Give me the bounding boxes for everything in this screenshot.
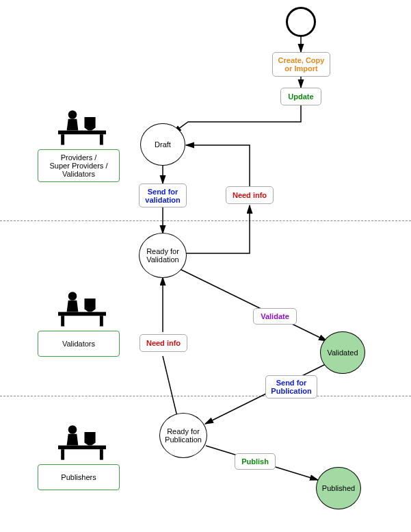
person-at-desk-icon bbox=[58, 288, 106, 329]
action-create: Create, Copyor Import bbox=[272, 52, 330, 77]
role-publishers-label: Publishers bbox=[61, 473, 96, 481]
workflow-diagram: Providers /Super Providers /Validators V… bbox=[0, 0, 411, 532]
svg-rect-7 bbox=[100, 316, 103, 326]
action-validate: Validate bbox=[253, 308, 297, 325]
state-published-label: Published bbox=[322, 484, 355, 492]
action-need-info-1-label: Need info bbox=[233, 191, 267, 199]
svg-rect-1 bbox=[58, 131, 106, 135]
role-publishers: Publishers bbox=[38, 464, 120, 490]
svg-rect-6 bbox=[61, 316, 64, 326]
role-providers-label: Providers /Super Providers /Validators bbox=[50, 153, 108, 178]
state-ready-publication: Ready forPublication bbox=[159, 413, 207, 458]
state-ready-validation-label: Ready forValidation bbox=[146, 247, 179, 264]
role-validators-label: Validators bbox=[62, 340, 95, 348]
action-create-label: Create, Copyor Import bbox=[278, 56, 325, 73]
svg-rect-11 bbox=[100, 449, 103, 459]
state-ready-validation: Ready forValidation bbox=[139, 233, 187, 278]
svg-rect-2 bbox=[61, 134, 64, 144]
state-published: Published bbox=[316, 467, 361, 509]
role-validators: Validators bbox=[38, 331, 120, 357]
svg-rect-9 bbox=[58, 446, 106, 450]
swimlane-divider-1 bbox=[0, 220, 411, 221]
action-send-validation: Send forvalidation bbox=[139, 183, 187, 207]
svg-rect-5 bbox=[58, 312, 106, 316]
action-update: Update bbox=[280, 88, 321, 105]
svg-point-4 bbox=[68, 292, 77, 301]
action-send-publication-label: Send forPublication bbox=[271, 379, 311, 395]
action-need-info-2-label: Need info bbox=[146, 339, 181, 347]
state-start bbox=[286, 7, 316, 37]
action-publish: Publish bbox=[235, 453, 276, 470]
action-need-info-2: Need info bbox=[140, 334, 187, 352]
state-draft-label: Draft bbox=[155, 140, 171, 149]
svg-rect-3 bbox=[100, 134, 103, 144]
swimlane-divider-2 bbox=[0, 396, 411, 396]
state-draft: Draft bbox=[140, 123, 185, 166]
state-validated-label: Validated bbox=[327, 349, 358, 357]
person-at-desk-icon bbox=[58, 106, 106, 147]
action-need-info-1: Need info bbox=[226, 186, 274, 204]
svg-rect-10 bbox=[61, 449, 64, 459]
role-providers: Providers /Super Providers /Validators bbox=[38, 149, 120, 182]
action-publish-label: Publish bbox=[241, 457, 269, 466]
state-validated: Validated bbox=[320, 331, 365, 374]
action-update-label: Update bbox=[288, 92, 313, 101]
action-send-publication: Send forPublication bbox=[265, 375, 317, 398]
person-at-desk-icon bbox=[58, 421, 106, 462]
action-validate-label: Validate bbox=[261, 312, 289, 320]
state-ready-publication-label: Ready forPublication bbox=[165, 427, 202, 444]
svg-point-8 bbox=[68, 425, 77, 434]
svg-point-0 bbox=[68, 110, 77, 119]
action-send-validation-label: Send forvalidation bbox=[145, 188, 180, 204]
